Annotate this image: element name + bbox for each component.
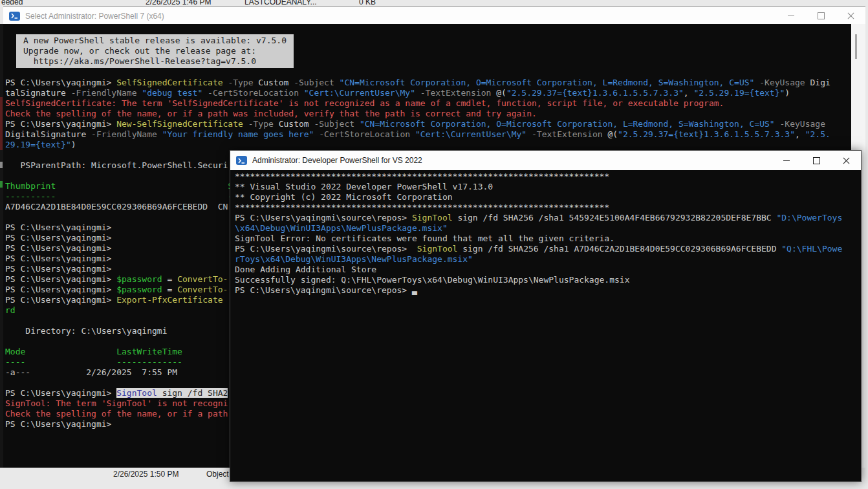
terminal-line: 29.19={text}") [5,140,850,150]
maximize-button[interactable] [801,151,831,170]
front-window-title: Administrator: Developer PowerShell for … [252,156,422,165]
terminal-line: ****************************************… [235,171,856,182]
terminal-line: SelfSignedCertificate: The term 'SelfSig… [5,98,850,109]
terminal-line: PS C:\Users\yaqingmi\source\repos> SignT… [235,213,856,223]
terminal-line: PS C:\Users\yaqingmi\source\repos> ▃ [235,285,856,296]
bg-file-name: eeded [1,0,23,6]
terminal-line: \x64\Debug\WinUI3Apps\NewPlusPackage.msi… [235,223,856,234]
scrollbar-thumb[interactable] [855,34,857,59]
terminal-line: Done Adding Additional Store [235,265,856,275]
notice-line: https://aka.ms/PowerShell-Release?tag=v7… [23,56,287,67]
background-window-sliver [0,24,3,468]
terminal-line: PS C:\Users\yaqingmi\source\repos> SignT… [235,244,856,254]
powershell-icon [9,12,20,21]
bg-file-date: 2/26/2025 1:46 PM [146,0,211,6]
vs-dev-powershell-window: Administrator: Developer PowerShell for … [230,150,862,482]
close-button[interactable] [831,151,861,170]
notice-line: Upgrade now, or check out the release pa… [23,46,287,56]
notice-line: A new PowerShell stable release is avail… [23,36,287,46]
terminal-line: SignTool Error: No certificates were fou… [235,234,856,244]
back-window-titlebar[interactable]: Select Administrator: PowerShell 7 (x64) [3,6,865,25]
terminal-line: ** Copyright (c) 2022 Microsoft Corporat… [235,192,856,202]
sliver-gray-fragment [0,162,3,168]
terminal-line: PS C:\Users\yaqingmi> SelfSignedCertific… [5,78,850,88]
update-notice: A new PowerShell stable release is avail… [16,34,294,68]
terminal-line: PS C:\Users\yaqingmi> New-SelfSignedCert… [5,119,850,129]
maximize-button[interactable] [806,7,836,25]
background-file-row-bottom: 2/26/2025 1:50 PM Object [0,470,868,479]
powershell-icon [236,156,247,165]
close-button[interactable] [836,7,865,25]
terminal-line: Successfully signed: Q:\FHL\PowerToys\x6… [235,275,856,285]
terminal-line: DigitalSignature -FriendlyName "Your fri… [5,129,850,140]
terminal-line: ** Visual Studio 2022 Developer PowerShe… [235,182,856,192]
sliver-green-fragment [0,181,3,188]
bg-file-type-fragment: Object [206,470,229,479]
front-terminal-content: ****************************************… [230,170,861,481]
terminal-line: rToys\x64\Debug\WinUI3Apps\NewPlusPackag… [235,254,856,265]
bg-file-size: 0 KB [359,0,376,6]
minimize-button[interactable] [772,151,801,170]
front-terminal-lines: ****************************************… [235,171,856,296]
minimize-button[interactable] [776,7,806,25]
terminal-line: Check the spelling of the name, or if a … [5,109,850,119]
bg-file-type: LASTCODEANALY... [244,0,317,6]
sliver-red-fragment [0,97,3,150]
terminal-line: ****************************************… [235,202,856,213]
terminal-line: talSignature -FriendlyName "debug test" … [5,88,850,98]
background-file-row-top: eeded 2/26/2025 1:46 PM LASTCODEANALY...… [0,0,868,6]
bg-file-date: 2/26/2025 1:50 PM [113,470,179,479]
back-window-title: Select Administrator: PowerShell 7 (x64) [25,12,164,21]
front-window-titlebar[interactable]: Administrator: Developer PowerShell for … [230,151,861,170]
